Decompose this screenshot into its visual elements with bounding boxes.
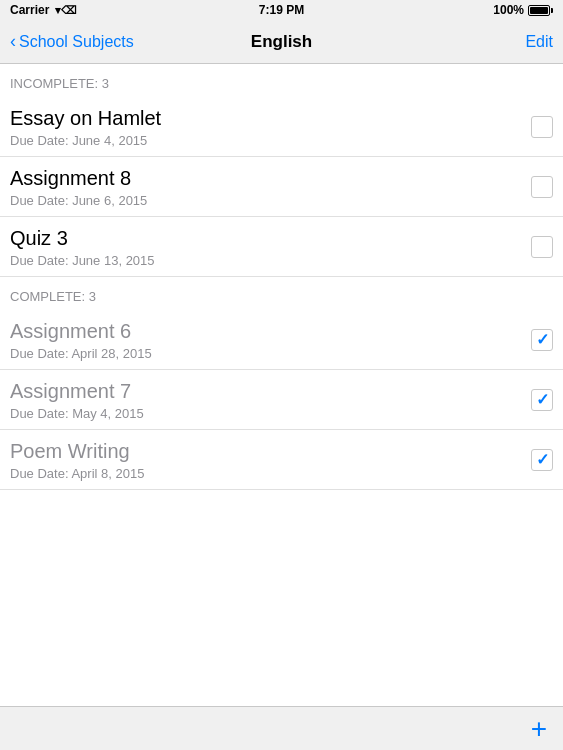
item-due-date: Due Date: June 4, 2015: [10, 133, 521, 148]
item-title: Essay on Hamlet: [10, 105, 521, 131]
item-due-date: Due Date: April 28, 2015: [10, 346, 521, 361]
list-item-incomplete-2[interactable]: Quiz 3Due Date: June 13, 2015: [0, 217, 563, 277]
content-area: INCOMPLETE: 3Essay on HamletDue Date: Ju…: [0, 64, 563, 706]
page-title: English: [251, 32, 312, 52]
item-title: Assignment 6: [10, 318, 521, 344]
item-due-date: Due Date: May 4, 2015: [10, 406, 521, 421]
bottom-toolbar: +: [0, 706, 563, 750]
list-item-complete-0[interactable]: Assignment 6Due Date: April 28, 2015: [0, 310, 563, 370]
list-item-incomplete-1[interactable]: Assignment 8Due Date: June 6, 2015: [0, 157, 563, 217]
list-item-complete-1[interactable]: Assignment 7Due Date: May 4, 2015: [0, 370, 563, 430]
item-checkbox[interactable]: [531, 449, 553, 471]
carrier-label: Carrier: [10, 3, 49, 17]
back-label[interactable]: School Subjects: [19, 33, 134, 51]
item-due-date: Due Date: April 8, 2015: [10, 466, 521, 481]
list-item-complete-2[interactable]: Poem WritingDue Date: April 8, 2015: [0, 430, 563, 490]
list-item-incomplete-0[interactable]: Essay on HamletDue Date: June 4, 2015: [0, 97, 563, 157]
list-item-content: Quiz 3Due Date: June 13, 2015: [10, 225, 521, 268]
list-item-content: Assignment 7Due Date: May 4, 2015: [10, 378, 521, 421]
item-due-date: Due Date: June 6, 2015: [10, 193, 521, 208]
section-header-incomplete: INCOMPLETE: 3: [0, 64, 563, 97]
item-checkbox[interactable]: [531, 236, 553, 258]
edit-button[interactable]: Edit: [525, 33, 553, 51]
item-checkbox[interactable]: [531, 389, 553, 411]
back-button[interactable]: ‹ School Subjects: [10, 33, 134, 51]
status-bar-time: 7:19 PM: [259, 3, 304, 17]
chevron-left-icon: ‹: [10, 32, 16, 50]
wifi-icon: ▾⌫: [55, 4, 77, 17]
battery-percent: 100%: [493, 3, 524, 17]
list-item-content: Assignment 6Due Date: April 28, 2015: [10, 318, 521, 361]
status-bar-right: 100%: [473, 3, 553, 17]
item-title: Assignment 8: [10, 165, 521, 191]
item-title: Poem Writing: [10, 438, 521, 464]
nav-bar: ‹ School Subjects English Edit: [0, 20, 563, 64]
status-bar-left: Carrier ▾⌫: [10, 3, 90, 17]
add-button[interactable]: +: [531, 715, 547, 743]
section-header-complete: COMPLETE: 3: [0, 277, 563, 310]
item-checkbox[interactable]: [531, 176, 553, 198]
item-checkbox[interactable]: [531, 329, 553, 351]
status-bar: Carrier ▾⌫ 7:19 PM 100%: [0, 0, 563, 20]
list-item-content: Poem WritingDue Date: April 8, 2015: [10, 438, 521, 481]
list-item-content: Essay on HamletDue Date: June 4, 2015: [10, 105, 521, 148]
list-item-content: Assignment 8Due Date: June 6, 2015: [10, 165, 521, 208]
item-title: Quiz 3: [10, 225, 521, 251]
battery-icon: [528, 5, 553, 16]
item-due-date: Due Date: June 13, 2015: [10, 253, 521, 268]
item-checkbox[interactable]: [531, 116, 553, 138]
item-title: Assignment 7: [10, 378, 521, 404]
